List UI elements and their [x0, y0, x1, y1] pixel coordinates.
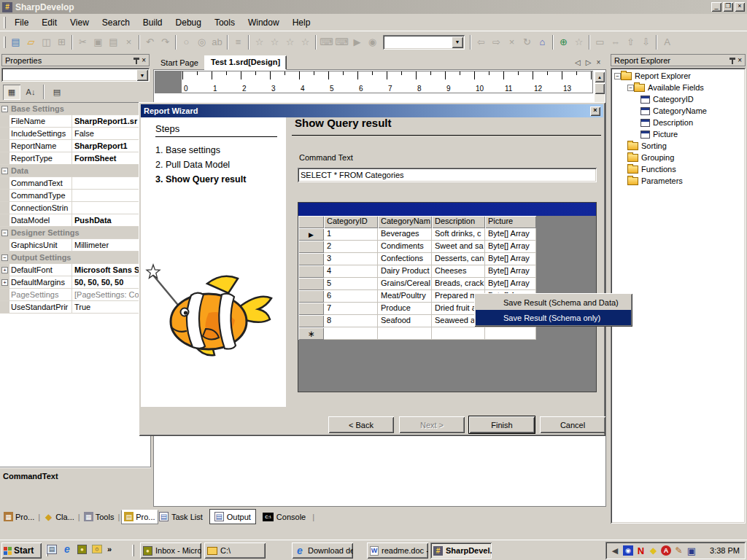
restore-button[interactable]: ❐	[723, 2, 733, 12]
property-row-includesettings[interactable]: IncludeSettingsFalse	[0, 128, 150, 140]
bookmark-next-icon[interactable]: ☆	[282, 34, 298, 50]
scroll-up-icon[interactable]: ▲	[595, 71, 605, 82]
grid-cell[interactable]: 8	[324, 315, 378, 327]
property-row-reportname[interactable]: ReportNameSharpReport1	[0, 140, 150, 152]
grid-cell[interactable]: Byte[] Array	[485, 253, 536, 265]
grid-cell[interactable]: Cheeses	[432, 265, 485, 278]
document-tab-test-1-srd-design[interactable]: Test 1.srd[Design]	[204, 55, 287, 70]
paste-icon[interactable]: ▤	[106, 34, 121, 50]
task-readme[interactable]: Wreadme.doc -...	[367, 542, 428, 559]
grid-cell[interactable]: Byte[] Array	[485, 241, 536, 253]
grid-cell[interactable]: Byte[] Array	[485, 278, 536, 290]
close-icon[interactable]: ×	[738, 57, 742, 64]
macro-record-icon[interactable]: ⌨	[319, 34, 334, 50]
property-row-reporttype[interactable]: ReportTypeFormSheet	[0, 152, 150, 165]
tab-scroll-right-icon[interactable]: ▷	[586, 58, 592, 66]
minimize-button[interactable]: _	[711, 2, 721, 12]
tab-classes[interactable]: ◆Cla...	[42, 510, 77, 524]
tab-scroll-left-icon[interactable]: ◁	[575, 58, 581, 66]
expand-icon[interactable]: +	[1, 279, 8, 286]
grid-row-selector[interactable]	[298, 303, 324, 315]
tab-close-icon[interactable]: ×	[596, 58, 600, 66]
tree-item-description[interactable]: Description	[613, 117, 746, 128]
grid-cell[interactable]: 5	[324, 278, 378, 290]
collapse-icon[interactable]: −	[614, 73, 621, 79]
grid-cell[interactable]: Produce	[378, 303, 432, 315]
property-pages-icon[interactable]: ▤	[48, 85, 66, 100]
categorized-icon[interactable]: ▦	[3, 85, 20, 100]
grid-column-header[interactable]: Description	[432, 216, 485, 228]
property-category-output-settings[interactable]: −Output Settings	[0, 252, 150, 264]
property-row-defaultfont[interactable]: +DefaultFontMicrosoft Sans S	[0, 264, 150, 276]
save-icon[interactable]: ◫	[39, 34, 54, 50]
grid-cell[interactable]: Beverages	[378, 228, 432, 241]
grid-cell[interactable]: Condiments	[378, 241, 432, 253]
task-sharpdevelop[interactable]: #SharpDevel...	[430, 542, 492, 559]
properties-object-combobox[interactable]: ▼	[1, 68, 150, 82]
favorites-icon[interactable]: ☆	[571, 34, 587, 50]
window-titlebar[interactable]: # SharpDevelop _❐×	[0, 0, 747, 14]
grid-cell[interactable]	[485, 327, 536, 340]
collapse-icon[interactable]: −	[1, 230, 8, 236]
outlook-icon[interactable]: ●	[77, 545, 87, 554]
network-icon[interactable]: ▣	[686, 545, 697, 556]
grid-row-selector[interactable]	[298, 241, 324, 253]
grid-row-selector[interactable]: ▶	[298, 228, 324, 241]
property-row-filename[interactable]: FileNameSharpReport1.sr	[0, 115, 150, 128]
document-tab-start-page[interactable]: Start Page	[155, 57, 204, 70]
grid-new-row-selector[interactable]: ∗	[298, 327, 324, 340]
find-icon[interactable]: ○	[179, 34, 194, 50]
grid-cell[interactable]: Breads, crack	[432, 278, 485, 290]
menu-item-tools[interactable]: Tools	[208, 15, 241, 31]
tab-tools[interactable]: ▦Tools	[82, 510, 117, 524]
property-row-connectionstrin[interactable]: ConnectionStrin	[0, 202, 150, 214]
grid-column-header[interactable]: CategoryID	[324, 216, 378, 228]
move-down-icon[interactable]: ⇩	[638, 34, 654, 50]
run-icon[interactable]: ▶	[349, 34, 365, 50]
tree-item-functions[interactable]: Functions	[613, 163, 746, 175]
grid-row-selector[interactable]	[298, 278, 324, 290]
tree-item-available-fields[interactable]: −Available Fields	[613, 82, 746, 93]
close-button[interactable]: ×	[735, 2, 745, 12]
property-category-designer-settings[interactable]: −Designer Settings	[0, 227, 150, 239]
browser-stop-icon[interactable]: ×	[504, 34, 519, 50]
alphabetical-sort-icon[interactable]: A↓	[22, 85, 39, 100]
grid-cell[interactable]: Seafood	[378, 315, 432, 327]
cancel-button[interactable]: Cancel	[540, 416, 605, 433]
start-button[interactable]: Start	[1, 542, 42, 559]
grid-cell[interactable]: Sweet and sa	[432, 241, 485, 253]
resize-icon[interactable]: ⇔	[608, 34, 623, 50]
copy-icon[interactable]: ▣	[90, 34, 106, 50]
menu-item-debug[interactable]: Debug	[169, 15, 208, 31]
menu-item-window[interactable]: Window	[241, 15, 286, 31]
grid-row-selector[interactable]	[298, 265, 324, 278]
property-row-graphicsunit[interactable]: GraphicsUnitMillimeter	[0, 239, 150, 252]
collapse-icon[interactable]: −	[1, 254, 8, 261]
property-row-commandtext[interactable]: CommandText	[0, 177, 150, 190]
replace-icon[interactable]: ab	[209, 34, 225, 50]
open-file-icon[interactable]: ▱	[23, 34, 39, 50]
pin-icon[interactable]	[133, 57, 139, 64]
tree-item-categoryname[interactable]: CategoryName	[613, 105, 746, 117]
macro-stop-icon[interactable]: ⌨	[334, 34, 349, 50]
menu-item-save-result-schema-only[interactable]: Save Result (Schema only)	[476, 310, 631, 325]
tab-properties[interactable]: ▤Pro...	[121, 510, 158, 524]
task-inbox[interactable]: ●Inbox - Micro...	[140, 542, 201, 559]
grid-cell[interactable]: 1	[324, 228, 378, 241]
menu-item-build[interactable]: Build	[136, 15, 169, 31]
wireless-icon[interactable]: ◉	[623, 545, 633, 556]
tree-item-parameters[interactable]: Parameters	[613, 175, 746, 187]
delete-icon[interactable]: ×	[121, 34, 136, 50]
menu-item-file[interactable]: File	[8, 15, 35, 31]
back-button[interactable]: < Back	[328, 416, 394, 433]
save-all-icon[interactable]: ⊞	[54, 34, 69, 50]
grid-cell[interactable]: Dairy Product	[378, 265, 432, 278]
stop-icon[interactable]: ◉	[365, 34, 380, 50]
browser-back-icon[interactable]: ⇦	[473, 34, 489, 50]
property-category-data[interactable]: −Data	[0, 165, 150, 177]
scrollbar-thumb[interactable]	[595, 83, 605, 94]
grid-cell[interactable]: Meat/Poultry	[378, 290, 432, 303]
web-browser-icon[interactable]: ⊕	[556, 34, 571, 50]
find-next-icon[interactable]: ◎	[194, 34, 209, 50]
grid-cell[interactable]: 7	[324, 303, 378, 315]
